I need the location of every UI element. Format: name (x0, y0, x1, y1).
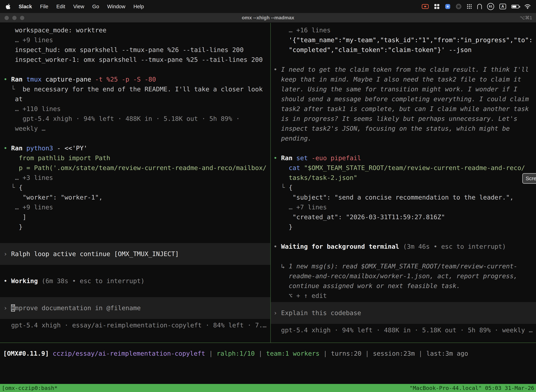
ghost-app-icon[interactable] (477, 4, 482, 9)
battery-icon[interactable] (511, 5, 519, 9)
terminal-line: } (0, 222, 270, 232)
menu-item-go[interactable]: Go (92, 4, 99, 9)
text-segment: '{"team_name":"my-team","task_id":"1","f… (273, 36, 533, 44)
app-icon-dark[interactable] (456, 4, 461, 9)
window-grid-icon[interactable] (434, 4, 440, 9)
text-segment: • (4, 76, 11, 83)
terminal-line: • I need to get the claim token from the… (271, 65, 536, 75)
terminal-line: readme-and-reco/mailbox/worker-1.json, a… (271, 271, 536, 281)
text-segment: readme-and-reco/mailbox/worker-1.json, a… (273, 272, 517, 280)
window-title-bar[interactable]: omx --xhigh --madmax ⌥⌘1 (0, 13, 536, 23)
text-segment: ralph:1/10 (217, 350, 255, 357)
text-segment: … +9 lines (4, 204, 53, 211)
tmux-host-clock: "MacBook-Pro-44.local" 05:03 31-Mar-26 (410, 385, 534, 391)
app-grid-dots-icon[interactable] (467, 4, 472, 9)
terminal-line: └ be necessary for the end of the README… (0, 84, 270, 94)
terminal-line: at (0, 94, 270, 104)
text-segment: keep that in mind. Maybe I also need the… (273, 76, 521, 83)
text-cursor: I (11, 304, 15, 312)
queued-message-banner[interactable]: › Ralph loop active continue [OMX_TMUX_I… (0, 243, 270, 265)
text-segment: [OMX#0.11.9] (3, 350, 53, 357)
text-segment: team:1 workers (266, 350, 320, 357)
menu-app-name[interactable]: Slack (19, 4, 32, 9)
usage-badge[interactable]: 61 (487, 3, 494, 10)
text-segment: "created_at": "2026-03-31T11:59:27.816Z" (273, 213, 445, 221)
menu-bar-left: Slack File Edit View Go Window Help (5, 4, 144, 9)
text-segment: • (273, 154, 281, 162)
terminal-line: "completed","claim_token":"claim-token"}… (271, 45, 536, 55)
terminal-line: } (271, 222, 536, 232)
text-segment: gpt-5.4 xhigh · 94% left · 488K in · 5.1… (4, 115, 240, 122)
text-segment: is in progress? It seems likely but perh… (273, 115, 517, 122)
terminal-line: inspect_hud: omx sparkshell --tmux-pane … (0, 45, 270, 55)
terminal-line: inspect_worker-1: omx sparkshell --tmux-… (0, 55, 270, 65)
terminal-line: "created_at": "2026-03-31T11:59:27.816Z" (271, 212, 536, 222)
text-segment: continue assigned work or next feasible … (273, 282, 460, 289)
text-segment: › (4, 250, 11, 257)
text-segment: • (4, 277, 11, 285)
text-segment: … +3 lines (4, 174, 53, 181)
app-icon-blue[interactable] (445, 4, 450, 9)
tmux-session-window[interactable]: [omx-cczip0:bash* (2, 385, 57, 391)
text-segment: - <<'PY' (57, 145, 87, 152)
screen-notification-overlay[interactable]: Scre (522, 173, 536, 184)
text-segment: at (4, 95, 23, 103)
tmux-pane-right[interactable]: … +16 lines '{"team_name":"my-team","tas… (271, 23, 536, 342)
terminal-line: gpt-5.4 xhigh · 94% left · 488K in · 5.1… (271, 325, 536, 335)
terminal-line (271, 143, 536, 153)
terminal-line: inspect task2's JSON, focusing on the st… (271, 124, 536, 134)
terminal-line (271, 252, 536, 261)
screen-notification-text: Scre (526, 175, 536, 181)
text-segment: -euo pipefail (312, 154, 361, 162)
tmux-pane-left[interactable]: workspace_mode: worktree … +9 lines insp… (0, 23, 270, 342)
terminal-line: … +110 lines (0, 104, 270, 114)
text-segment: Ran (11, 145, 26, 152)
omx-hud-pane[interactable]: [OMX#0.11.9] cczip/essay/ai-reimplementa… (0, 343, 536, 384)
text-segment: └ (273, 184, 289, 191)
terminal-line: gpt-5.4 xhigh · 94% left · 488K in · 5.1… (0, 114, 270, 124)
prompt-suggestion[interactable]: › Explain this codebase (271, 302, 536, 324)
menu-item-window[interactable]: Window (107, 4, 125, 9)
terminal-line: ↳ 1 new msg(s): read $OMX_TEAM_STATE_ROO… (271, 261, 536, 271)
terminal-line: from pathlib import Path (0, 153, 270, 163)
text-segment: later. Using the same for transition mig… (273, 85, 517, 93)
menu-item-file[interactable]: File (40, 4, 48, 9)
text-segment: (3m 46s • esc to interrupt) (403, 243, 506, 250)
text-segment: › (4, 304, 11, 312)
text-segment: workspace_mode: worktree (4, 27, 106, 34)
terminal-line: └ { (271, 183, 536, 192)
terminal-line: … +9 lines (0, 202, 270, 212)
terminal-line: … +16 lines (271, 25, 536, 35)
text-segment: cczip/essay/ai-reimplementation-copyleft (53, 350, 205, 357)
prompt-input[interactable]: › Improve documentation in @filename (0, 297, 270, 319)
input-source-letter: A (501, 4, 504, 9)
terminal-line: ] (0, 212, 270, 222)
menu-item-help[interactable]: Help (134, 4, 144, 9)
terminal-line (0, 65, 270, 75)
screen-recording-icon[interactable] (422, 4, 429, 9)
text-segment: set (296, 154, 312, 162)
menu-item-edit[interactable]: Edit (57, 4, 65, 9)
terminal-line: should send a message before completing … (271, 94, 536, 104)
terminal-line: p = Path('.omx/state/team/review-current… (0, 163, 270, 173)
input-source-icon[interactable]: A (499, 4, 506, 9)
apple-menu-icon[interactable] (5, 4, 10, 9)
text-segment: gpt-5.4 xhigh · 94% left · 488K in · 5.1… (273, 327, 533, 334)
text-segment: Ralph loop active continue [OMX_TMUX_INJ… (11, 250, 179, 257)
usage-badge-value: 61 (489, 5, 492, 8)
menu-item-view[interactable]: View (73, 4, 84, 9)
terminal-line: … +9 lines (0, 35, 270, 45)
text-segment: tasks/task-2.json" (273, 174, 357, 181)
terminal-line: … +3 lines (0, 173, 270, 183)
text-segment: } (4, 223, 23, 230)
tmux-status-bar: [omx-cczip0:bash* "MacBook-Pro-44.local"… (0, 384, 536, 392)
wifi-icon[interactable] (524, 4, 531, 9)
text-segment: (6m 38s • esc to interrupt) (42, 277, 144, 285)
terminal-line (271, 232, 536, 242)
terminal-line (0, 232, 270, 242)
text-segment: } (273, 223, 292, 230)
text-segment: • (273, 243, 281, 250)
terminal-line: … +7 lines (271, 202, 536, 212)
terminal-line: gpt-5.4 xhigh · essay/ai-reimplementatio… (0, 320, 270, 330)
text-segment: { (19, 184, 23, 191)
